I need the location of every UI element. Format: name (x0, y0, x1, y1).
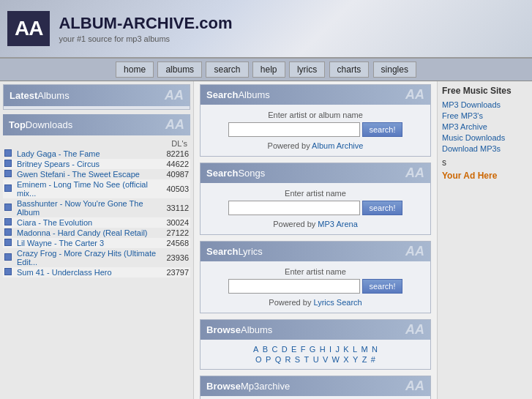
main-wrapper: LatestAlbums AA TopDownloads AA DL's (0, 81, 532, 399)
dl-count-cell: 40503 (165, 179, 190, 198)
nav-search[interactable]: search (206, 61, 248, 78)
dl-icon-cell (3, 179, 15, 198)
nav-bar: home albums search help lyrics charts si… (0, 59, 532, 81)
downloads-table: DL's Lady Gaga - The Fame 82216 Britney … (3, 138, 190, 277)
free-mp3s-link[interactable]: Free MP3's (442, 111, 528, 120)
browse-albums-letter[interactable]: P (266, 355, 271, 364)
dl-count-header: DL's (165, 138, 190, 149)
download-icon (4, 228, 12, 236)
table-row: Crazy Frog - More Crazy Hits (Ultimate E… (3, 248, 190, 267)
nav-lyrics[interactable]: lyrics (289, 61, 325, 78)
top-downloads-section: TopDownloads AA DL's Lady Gaga - The Fam… (3, 114, 190, 277)
browse-albums-letter[interactable]: T (304, 355, 310, 364)
left-column: LatestAlbums AA TopDownloads AA DL's (0, 81, 194, 399)
dl-name-cell: Ciara - The Evolution (15, 217, 165, 228)
search-songs-input[interactable] (228, 201, 360, 215)
download-link[interactable]: Lady Gaga - The Fame (17, 149, 100, 158)
top-downloads-title: TopDownloads (9, 119, 72, 130)
download-link[interactable]: Ciara - The Evolution (17, 218, 92, 227)
download-icon (4, 239, 12, 246)
browse-albums-letter[interactable]: H (320, 345, 326, 354)
nav-home[interactable]: home (116, 61, 154, 78)
browse-albums-letter[interactable]: Y (353, 355, 358, 364)
logo-icon: AA (7, 11, 50, 46)
dl-name-cell: Sum 41 - Underclass Hero (15, 267, 165, 277)
download-link[interactable]: Eminem - Long Time No See (official mix.… (17, 180, 148, 198)
lyrics-search-link[interactable]: Lyrics Search (313, 298, 361, 307)
dl-icon-cell (3, 228, 15, 238)
browse-albums-letter[interactable]: N (372, 345, 378, 354)
browse-albums-letter[interactable]: J (335, 345, 340, 354)
nav-singles[interactable]: singles (373, 61, 416, 78)
search-lyrics-input[interactable] (228, 279, 360, 294)
album-archive-link[interactable]: Album Archive (312, 141, 363, 150)
browse-albums-letter[interactable]: M (361, 345, 367, 354)
browse-albums-letter[interactable]: F (301, 345, 306, 354)
browse-albums-letter[interactable]: R (285, 355, 291, 364)
search-lyrics-button[interactable]: search! (362, 279, 402, 294)
search-albums-body: Enter artist or album name search! Power… (201, 105, 430, 156)
table-row: Lady Gaga - The Fame 82216 (3, 149, 190, 159)
browse-albums-letter[interactable]: A (253, 345, 258, 354)
browse-albums-letters-row1: A B C D E F G H I J K L M N (209, 344, 422, 354)
nav-help[interactable]: help (252, 61, 285, 78)
browse-albums-letter[interactable]: B (263, 345, 268, 354)
download-link[interactable]: Lil Wayne - The Carter 3 (17, 239, 104, 247)
download-link[interactable]: Basshunter - Now You're Gone The Album (17, 199, 143, 217)
browse-albums-letter[interactable]: S (295, 355, 300, 364)
table-row: Gwen Stefani - The Sweet Escape 40987 (3, 169, 190, 179)
search-albums-label: Enter artist or album name (209, 111, 422, 119)
table-row: Ciara - The Evolution 30024 (3, 217, 190, 228)
browse-albums-letters-row2: O P Q R S T U V W X Y Z # (209, 354, 422, 365)
browse-albums-letter[interactable]: Q (275, 355, 282, 364)
browse-albums-letter[interactable]: L (353, 345, 357, 354)
nav-charts[interactable]: charts (329, 61, 370, 78)
download-link[interactable]: Crazy Frog - More Crazy Hits (Ultimate E… (17, 249, 156, 266)
browse-albums-letter[interactable]: # (371, 355, 375, 364)
browse-albums-letter[interactable]: D (282, 345, 288, 354)
table-row: Eminem - Long Time No See (official mix.… (3, 179, 190, 198)
mp3-downloads-link[interactable]: MP3 Downloads (442, 100, 528, 109)
browse-albums-letter[interactable]: X (343, 355, 348, 364)
your-ad-link[interactable]: Your Ad Here (442, 171, 528, 181)
browse-albums-section: BrowseAlbums AA A B C D E F G H I J K L … (200, 319, 431, 370)
download-mp3s-link[interactable]: Download MP3s (442, 144, 528, 153)
mp3-arena-link[interactable]: MP3 Arena (318, 220, 357, 228)
mp3-archive-link[interactable]: MP3 Archive (442, 122, 528, 131)
browse-albums-letter[interactable]: U (313, 355, 319, 364)
browse-albums-letter[interactable]: C (271, 345, 277, 354)
browse-albums-letter[interactable]: Z (362, 355, 367, 364)
browse-albums-letter[interactable]: E (291, 345, 296, 354)
download-icon (4, 184, 12, 192)
page-header: AA ALBUM-ARCHIVE.com your #1 source for … (0, 0, 532, 59)
dl-name-cell: Britney Spears - Circus (15, 159, 165, 169)
search-songs-button[interactable]: search! (362, 201, 402, 215)
search-songs-section: SearchSongs AA Enter artist name search!… (200, 163, 431, 235)
browse-mp3-body: A B C D E F G H I J K L M N O P Q R S T … (201, 396, 430, 399)
table-row: Sum 41 - Underclass Hero 23797 (3, 267, 190, 277)
browse-albums-letter[interactable]: G (310, 345, 316, 354)
search-lyrics-powered: Powered by Lyrics Search (209, 298, 422, 307)
dl-icon-cell (3, 267, 15, 277)
download-link[interactable]: Gwen Stefani - The Sweet Escape (17, 170, 140, 179)
browse-albums-letter[interactable]: I (329, 345, 331, 354)
dl-icon-cell (3, 159, 15, 169)
dl-icon-cell (3, 149, 15, 159)
download-link[interactable]: Madonna - Hard Candy (Real Retail) (17, 228, 148, 237)
browse-albums-letter[interactable]: W (332, 355, 340, 364)
download-icon (4, 253, 12, 261)
search-songs-label: Enter artist name (209, 189, 422, 198)
music-downloads-link[interactable]: Music Downloads (442, 133, 528, 142)
dl-name-cell: Gwen Stefani - The Sweet Escape (15, 169, 165, 179)
download-icon (4, 218, 12, 225)
search-albums-button[interactable]: search! (362, 122, 402, 137)
nav-albums[interactable]: albums (157, 61, 202, 78)
download-link[interactable]: Britney Spears - Circus (17, 160, 100, 168)
browse-albums-letter[interactable]: O (255, 355, 262, 364)
browse-albums-letter[interactable]: V (323, 355, 328, 364)
download-link[interactable]: Sum 41 - Underclass Hero (17, 268, 112, 277)
search-albums-input[interactable] (228, 122, 360, 137)
browse-albums-letter[interactable]: K (343, 345, 348, 354)
dl-count-cell: 82216 (165, 149, 190, 159)
dl-count-cell: 23936 (165, 248, 190, 267)
